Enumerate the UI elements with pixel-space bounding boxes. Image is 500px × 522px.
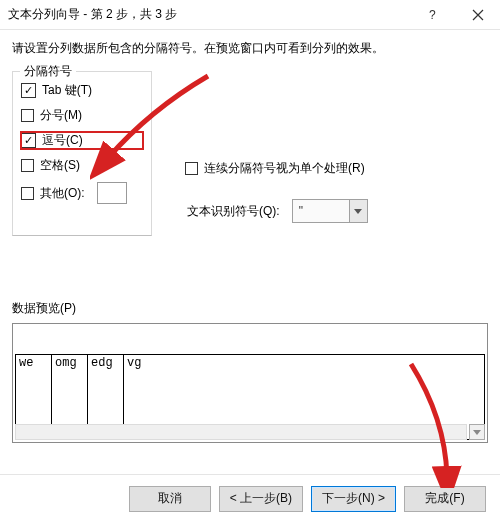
- checkbox-consecutive-label: 连续分隔符号视为单个处理(R): [204, 160, 365, 177]
- help-button[interactable]: ?: [410, 0, 455, 30]
- delimiter-legend: 分隔符号: [20, 63, 76, 80]
- scroll-down-button[interactable]: [469, 424, 485, 440]
- checkbox-comma[interactable]: 逗号(C): [21, 132, 143, 149]
- checkbox-tab[interactable]: Tab 键(T): [21, 82, 143, 99]
- svg-text:?: ?: [429, 8, 436, 22]
- back-button[interactable]: < 上一步(B): [219, 486, 303, 512]
- check-icon: [21, 159, 34, 172]
- button-bar: 取消 < 上一步(B) 下一步(N) > 完成(F): [0, 474, 500, 522]
- cancel-button[interactable]: 取消: [129, 486, 211, 512]
- preview-label: 数据预览(P): [12, 300, 488, 317]
- checkbox-semicolon[interactable]: 分号(M): [21, 107, 143, 124]
- text-qualifier-select[interactable]: ": [292, 199, 368, 223]
- other-delimiter-input[interactable]: [97, 182, 127, 204]
- window-title: 文本分列向导 - 第 2 步，共 3 步: [8, 6, 410, 23]
- check-icon: [21, 187, 34, 200]
- checkbox-consecutive[interactable]: 连续分隔符号视为单个处理(R): [185, 160, 368, 177]
- checkbox-comma-label: 逗号(C): [42, 132, 83, 149]
- checkbox-tab-label: Tab 键(T): [42, 82, 92, 99]
- text-qualifier-value: ": [299, 204, 303, 218]
- text-qualifier-label: 文本识别符号(Q):: [187, 203, 280, 220]
- close-button[interactable]: [455, 0, 500, 30]
- check-icon: [21, 133, 36, 148]
- checkbox-space-label: 空格(S): [40, 157, 80, 174]
- check-icon: [21, 109, 34, 122]
- finish-button[interactable]: 完成(F): [404, 486, 486, 512]
- check-icon: [21, 83, 36, 98]
- checkbox-other[interactable]: 其他(O):: [21, 182, 143, 204]
- checkbox-other-label: 其他(O):: [40, 185, 85, 202]
- instruction-text: 请设置分列数据所包含的分隔符号。在预览窗口内可看到分列的效果。: [12, 40, 488, 57]
- next-button[interactable]: 下一步(N) >: [311, 486, 396, 512]
- titlebar: 文本分列向导 - 第 2 步，共 3 步 ?: [0, 0, 500, 30]
- horizontal-scrollbar[interactable]: [15, 424, 467, 440]
- checkbox-space[interactable]: 空格(S): [21, 157, 143, 174]
- question-icon: ?: [426, 8, 440, 22]
- data-preview: we omg edg vg: [12, 323, 488, 443]
- check-icon: [185, 162, 198, 175]
- close-icon: [472, 9, 484, 21]
- checkbox-semicolon-label: 分号(M): [40, 107, 82, 124]
- chevron-down-icon: [349, 200, 367, 222]
- text-qualifier-row: 文本识别符号(Q): ": [185, 199, 368, 223]
- delimiter-fieldset: Tab 键(T) 分号(M) 逗号(C) 空格(S) 其他(O):: [12, 71, 152, 236]
